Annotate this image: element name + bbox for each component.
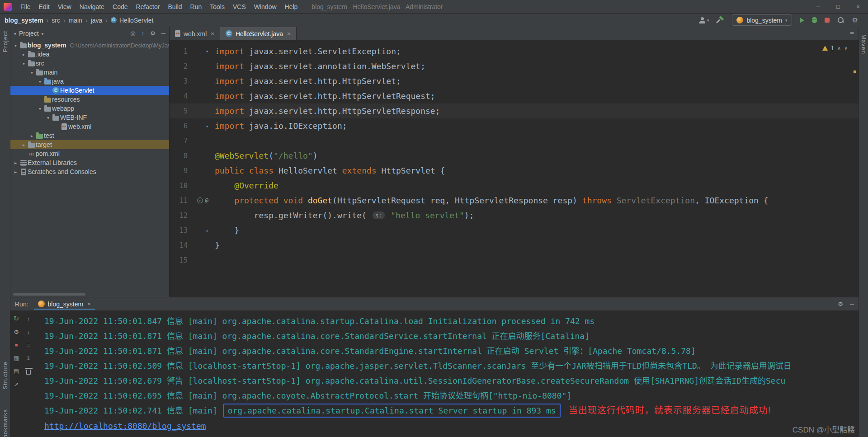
- breadcrumb-item-blog_system[interactable]: blog_system: [5, 17, 43, 24]
- fold-end-icon[interactable]: ▴: [206, 228, 208, 233]
- layout-icon[interactable]: ▦: [12, 354, 20, 362]
- code-text[interactable]: public class HelloServlet extends HttpSe…: [215, 166, 445, 175]
- locate-icon[interactable]: ◎: [130, 30, 135, 37]
- chevron-right-icon[interactable]: ▸: [12, 169, 19, 174]
- run-tab-blog-system[interactable]: blog_system ×: [34, 299, 95, 310]
- close-icon[interactable]: ×: [87, 301, 91, 307]
- tree-item-webapp[interactable]: ▾webapp: [10, 104, 169, 113]
- hide-icon[interactable]: ─: [850, 301, 854, 308]
- tree-item-helloservlet[interactable]: HelloServlet: [10, 86, 169, 95]
- chevron-right-icon[interactable]: ▸: [28, 133, 35, 138]
- editor-tab-web-xml[interactable]: web.xml×: [170, 27, 220, 40]
- line-number[interactable]: 6: [170, 122, 189, 130]
- tree-item-blog-system[interactable]: ▾blog_systemC:\Users\Administrator\Deskt…: [10, 41, 169, 50]
- line-number[interactable]: 12: [170, 211, 189, 220]
- chevron-right-icon[interactable]: ▸: [12, 160, 19, 165]
- structure-stripe-button[interactable]: Structure: [0, 362, 10, 390]
- line-number[interactable]: 2: [170, 62, 189, 70]
- menu-view[interactable]: View: [54, 0, 75, 13]
- build-hammer-icon[interactable]: [717, 17, 724, 24]
- line-number[interactable]: 15: [170, 256, 189, 264]
- tree-item-java[interactable]: ▾java: [10, 77, 169, 86]
- breadcrumb-item-src[interactable]: src: [52, 17, 60, 24]
- tree-item-scratches-and-consoles[interactable]: ▸Scratches and Consoles: [10, 167, 169, 176]
- menu-navigate[interactable]: Navigate: [75, 0, 108, 13]
- chevron-down-icon[interactable]: ▾: [12, 43, 19, 48]
- menu-edit[interactable]: Edit: [35, 0, 54, 13]
- project-horizontal-scrollbar[interactable]: [13, 293, 85, 296]
- tree-item-src[interactable]: ▾src: [10, 59, 169, 68]
- code-text[interactable]: protected void doGet(HttpServletRequest …: [215, 196, 769, 205]
- close-icon[interactable]: ×: [848, 0, 868, 13]
- breadcrumb-item-helloservlet[interactable]: HelloServlet: [111, 17, 153, 24]
- chevron-down-icon[interactable]: ▾: [45, 115, 52, 120]
- code-text[interactable]: import javax.servlet.ServletException;: [215, 47, 401, 56]
- code-text[interactable]: import javax.servlet.http.HttpServletReq…: [215, 91, 435, 101]
- code-text[interactable]: import javax.servlet.http.HttpServletRes…: [215, 106, 440, 116]
- maven-stripe-button[interactable]: Maven: [859, 34, 868, 54]
- softwrap-icon[interactable]: ≡: [24, 341, 33, 349]
- settings-gear-icon[interactable]: ⚙: [852, 16, 858, 24]
- scrollend-icon[interactable]: ⇓: [24, 354, 33, 362]
- chevron-down-icon[interactable]: ▾: [28, 70, 35, 75]
- tree-item-test[interactable]: ▸test: [10, 131, 169, 140]
- chevron-down-icon[interactable]: ▾: [20, 61, 27, 66]
- debug-icon[interactable]: [812, 17, 817, 23]
- menu-build[interactable]: Build: [164, 0, 186, 13]
- settings-icon[interactable]: ⚙: [12, 328, 20, 336]
- fold-expanded-icon[interactable]: ▾: [206, 49, 208, 54]
- tree-item-pom-xml[interactable]: pom.xml: [10, 149, 169, 158]
- code-text[interactable]: @WebServlet("/hello"): [215, 151, 318, 160]
- tree-item-web-xml[interactable]: web.xml: [10, 122, 169, 131]
- breadcrumb-item-java[interactable]: java: [91, 17, 103, 24]
- users-icon[interactable]: [699, 17, 706, 23]
- chevron-down-icon[interactable]: ▾: [37, 106, 43, 111]
- project-caret-icon[interactable]: ▾: [14, 31, 16, 36]
- expand-icon[interactable]: ↕: [142, 30, 145, 37]
- line-number[interactable]: 5: [170, 107, 189, 115]
- menu-file[interactable]: File: [16, 0, 35, 13]
- line-number[interactable]: 9: [170, 167, 189, 175]
- code-text[interactable]: resp.getWriter().write( s: "hello servle…: [215, 211, 474, 220]
- menu-run[interactable]: Run: [186, 0, 206, 13]
- stop-icon[interactable]: [825, 18, 830, 23]
- line-number[interactable]: 8: [170, 152, 189, 160]
- hide-icon[interactable]: ─: [161, 30, 165, 37]
- line-number[interactable]: 3: [170, 77, 189, 85]
- code-text[interactable]: @Override: [215, 181, 278, 190]
- bookmarks-stripe-button[interactable]: Bookmarks: [0, 409, 10, 437]
- editor-tab-helloservlet-java[interactable]: HelloServlet.java×: [220, 27, 297, 40]
- project-view-caret-icon[interactable]: ▾: [42, 31, 44, 36]
- menu-code[interactable]: Code: [108, 0, 132, 13]
- stop-icon[interactable]: ■: [12, 341, 20, 349]
- gutter[interactable]: @: [189, 197, 215, 204]
- trash-icon[interactable]: [24, 367, 33, 375]
- tabs-menu-icon[interactable]: ≡: [845, 27, 859, 40]
- open-icon[interactable]: ↗: [12, 380, 20, 388]
- menu-refactor[interactable]: Refactor: [132, 0, 164, 13]
- line-number[interactable]: 13: [170, 226, 189, 235]
- menu-vcs[interactable]: VCS: [229, 0, 250, 13]
- menu-tools[interactable]: Tools: [206, 0, 229, 13]
- maximize-icon[interactable]: □: [828, 0, 848, 13]
- chevron-right-icon[interactable]: ▸: [20, 52, 27, 57]
- tree-item-main[interactable]: ▾main: [10, 68, 169, 77]
- close-icon[interactable]: ×: [287, 30, 291, 37]
- gutter[interactable]: ▴: [189, 228, 215, 233]
- code-text[interactable]: import javax.servlet.http.HttpServlet;: [215, 76, 401, 86]
- prev-warning-icon[interactable]: ∧: [837, 45, 841, 51]
- code-text[interactable]: import java.io.IOException;: [215, 121, 347, 131]
- menu-help[interactable]: Help: [281, 0, 302, 13]
- project-stripe-button[interactable]: Project: [0, 31, 10, 52]
- chevron-right-icon[interactable]: ▸: [20, 142, 27, 147]
- tree-item-target[interactable]: ▸target: [10, 140, 169, 149]
- tree-item-resources[interactable]: resources: [10, 95, 169, 104]
- menu-window[interactable]: Window: [250, 0, 281, 13]
- search-icon[interactable]: [837, 17, 844, 24]
- server-link[interactable]: http://localhost:8080/blog_system: [44, 421, 206, 431]
- up-icon[interactable]: ↑: [24, 315, 33, 323]
- fold-end-icon[interactable]: ▴: [206, 123, 208, 128]
- tree-item-external-libraries[interactable]: ▸External Libraries: [10, 158, 169, 167]
- code-area[interactable]: 1▾import javax.servlet.ServletException;…: [170, 41, 859, 297]
- line-number[interactable]: 14: [170, 241, 189, 249]
